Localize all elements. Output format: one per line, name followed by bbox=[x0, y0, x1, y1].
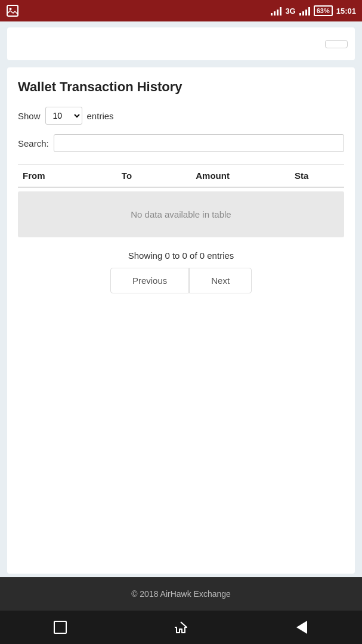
nav-home-button[interactable] bbox=[169, 615, 193, 639]
network-label: 3G bbox=[285, 7, 295, 16]
col-header-to: To bbox=[122, 171, 196, 181]
top-partial-card bbox=[7, 27, 355, 60]
nav-recent-button[interactable] bbox=[48, 615, 72, 639]
search-row: Search: bbox=[18, 134, 344, 152]
signal-bars-1 bbox=[271, 6, 281, 16]
signal-bars-2 bbox=[299, 6, 310, 16]
transaction-table: From To Amount Sta No data available in … bbox=[18, 164, 344, 241]
col-header-from: From bbox=[18, 171, 122, 181]
col-header-status: Sta bbox=[295, 171, 344, 181]
svg-rect-0 bbox=[7, 5, 18, 16]
search-input[interactable] bbox=[54, 134, 344, 152]
pagination-buttons: Previous Next bbox=[18, 268, 344, 293]
nav-bar bbox=[0, 611, 362, 644]
next-button[interactable]: Next bbox=[189, 268, 252, 293]
nav-back-button[interactable] bbox=[290, 615, 314, 639]
status-bar: 3G 63% 15:01 bbox=[0, 0, 362, 21]
main-card: Wallet Transaction History Show 10 25 50… bbox=[7, 67, 355, 574]
recent-apps-icon bbox=[54, 621, 67, 634]
table-header: From To Amount Sta bbox=[18, 165, 344, 188]
battery-indicator: 63% bbox=[314, 5, 333, 16]
top-partial-button[interactable] bbox=[325, 40, 348, 48]
previous-button[interactable]: Previous bbox=[110, 268, 189, 293]
copyright-text: © 2018 AirHawk Exchange bbox=[131, 589, 231, 599]
pagination-info: Showing 0 to 0 of 0 entries bbox=[18, 250, 344, 261]
entries-label: entries bbox=[87, 111, 114, 121]
status-bar-right: 3G 63% 15:01 bbox=[271, 5, 356, 16]
search-label: Search: bbox=[18, 138, 49, 148]
show-label: Show bbox=[18, 111, 41, 121]
entries-select[interactable]: 10 25 50 100 bbox=[45, 107, 82, 125]
back-icon bbox=[296, 621, 307, 634]
page-title: Wallet Transaction History bbox=[18, 79, 344, 95]
home-icon bbox=[174, 620, 188, 634]
status-bar-left bbox=[6, 4, 19, 17]
entries-control: Show 10 25 50 100 entries bbox=[18, 107, 344, 125]
table-empty-message: No data available in table bbox=[18, 191, 344, 237]
time-display: 15:01 bbox=[336, 7, 356, 16]
footer: © 2018 AirHawk Exchange bbox=[0, 577, 362, 611]
svg-point-1 bbox=[10, 8, 12, 10]
col-header-amount: Amount bbox=[196, 171, 295, 181]
gallery-icon bbox=[6, 4, 19, 17]
